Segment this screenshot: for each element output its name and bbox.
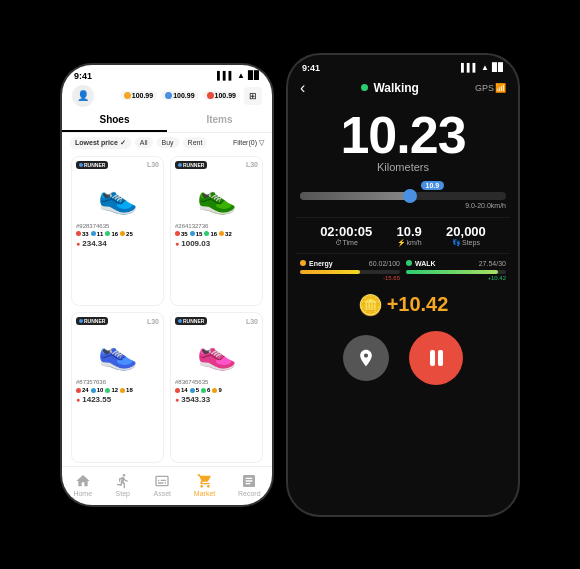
- bottom-nav: Home Step Asset Market Record: [62, 466, 272, 505]
- signal-icons-right: ▌▌▌ ▲ ▊▊: [461, 63, 504, 72]
- price-filter[interactable]: Lowest price ✓: [70, 137, 131, 149]
- gold-dot: [124, 92, 131, 99]
- speed-track: [300, 192, 506, 200]
- runner-badge-3: RUNNER: [175, 317, 207, 325]
- shoe-image-0: 👟: [76, 173, 159, 221]
- shoe-id-2: #87357636: [76, 379, 159, 385]
- stats-row: 02:00:05 ⏱ Time 10.9 ⚡ km/h 20,000 👣 Ste…: [296, 217, 510, 254]
- tab-shoes[interactable]: Shoes: [62, 109, 167, 132]
- location-button[interactable]: [343, 335, 389, 381]
- speed-bar-area: 10.9 9.0-20.0km/h: [288, 181, 518, 209]
- shoe-image-3: 👟: [175, 329, 258, 377]
- stat-speed: 10.9 ⚡ km/h: [396, 224, 421, 247]
- shoe-id-1: #264132736: [175, 223, 258, 229]
- shoe-card-1[interactable]: RUNNER L30 👟 #264132736 35 15 16 32 ● 10…: [170, 156, 263, 307]
- stat-time-label: ⏱ Time: [320, 239, 372, 246]
- pause-button[interactable]: [409, 331, 463, 385]
- pause-icon: [430, 350, 443, 366]
- walking-status: Walking: [361, 81, 419, 95]
- shoe-stats-0: 33 11 16 25: [76, 231, 159, 237]
- buy-filter[interactable]: Buy: [157, 137, 179, 148]
- runner-badge-0: RUNNER: [76, 161, 108, 169]
- shoe-id-0: #928374635: [76, 223, 159, 229]
- distance-display: 10.23: [288, 101, 518, 161]
- runner-badge-2: RUNNER: [76, 317, 108, 325]
- shoe-price-3: ● 3543.33: [175, 395, 258, 404]
- shoe-price-1: ● 1009.03: [175, 239, 258, 248]
- stat-speed-label: ⚡ km/h: [396, 239, 421, 247]
- speed-indicator-row: 10.9: [300, 181, 506, 192]
- level-badge-0: L30: [147, 161, 159, 168]
- energy-delta: -15.65: [300, 275, 400, 281]
- coins-row: 100.99 100.99 100.99 ⊞: [120, 87, 262, 105]
- gps-badge: GPS 📶: [475, 83, 506, 93]
- speed-fill: [300, 192, 413, 200]
- shoe-image-2: 👟: [76, 329, 159, 377]
- coin-gold: 100.99: [120, 91, 157, 100]
- walk-fill: [406, 270, 498, 274]
- active-dot: [361, 84, 368, 91]
- stat-time: 02:00:05 ⏱ Time: [320, 224, 372, 247]
- shoe-card-0[interactable]: RUNNER L30 👟 #928374635 33 11 16 25 ● 23…: [71, 156, 164, 307]
- stat-steps: 20,000 👣 Steps: [446, 224, 486, 247]
- shoe-card-header-1: RUNNER L30: [175, 161, 258, 169]
- tab-items[interactable]: Items: [167, 109, 272, 132]
- nav-record[interactable]: Record: [238, 473, 261, 497]
- left-phone: 9:41 ▌▌▌ ▲ ▊▊ 👤 100.99 100.99: [62, 65, 272, 505]
- energy-block: Energy 60.02/100 -15.65: [300, 260, 400, 281]
- shoe-card-header-0: RUNNER L30: [76, 161, 159, 169]
- filter-count[interactable]: Filter(0) ▽: [233, 139, 264, 147]
- red-dot: [207, 92, 214, 99]
- speed-thumb: [403, 189, 417, 203]
- wallet-icon[interactable]: ⊞: [244, 87, 262, 105]
- level-badge-1: L30: [246, 161, 258, 168]
- shoe-stats-3: 14 5 6 9: [175, 387, 258, 393]
- level-badge-2: L30: [147, 318, 159, 325]
- speed-range: 9.0-20.0km/h: [300, 202, 506, 209]
- status-bar-right: 9:41 ▌▌▌ ▲ ▊▊: [288, 55, 518, 75]
- stat-steps-label: 👣 Steps: [446, 239, 486, 247]
- shoe-image-1: 👟: [175, 173, 258, 221]
- avatar[interactable]: 👤: [72, 85, 94, 107]
- rent-filter[interactable]: Rent: [183, 137, 208, 148]
- energy-label: Energy 60.02/100: [300, 260, 400, 267]
- nav-step[interactable]: Step: [115, 473, 131, 497]
- energy-fill: [300, 270, 360, 274]
- walk-bar: [406, 270, 506, 274]
- status-bar-left: 9:41 ▌▌▌ ▲ ▊▊: [62, 65, 272, 83]
- speed-bubble: 10.9: [421, 181, 445, 190]
- blue-dot: [165, 92, 172, 99]
- shoe-card-3[interactable]: RUNNER L30 👟 #836745635 14 5 6 9 ● 3543.…: [170, 312, 263, 463]
- shoes-grid: RUNNER L30 👟 #928374635 33 11 16 25 ● 23…: [62, 153, 272, 466]
- top-bar: 👤 100.99 100.99 100.99 ⊞: [62, 83, 272, 109]
- walk-label: WALK 27.54/30: [406, 260, 506, 267]
- walk-block: WALK 27.54/30 +10.42: [406, 260, 506, 281]
- right-phone: 9:41 ▌▌▌ ▲ ▊▊ ‹ Walking GPS 📶 10.23 Kilo…: [288, 55, 518, 515]
- filter-row: Lowest price ✓ All Buy Rent Filter(0) ▽: [62, 133, 272, 153]
- coin-red: 100.99: [203, 91, 240, 100]
- level-badge-3: L30: [246, 318, 258, 325]
- shoe-card-header-3: RUNNER L30: [175, 317, 258, 325]
- back-button[interactable]: ‹: [300, 79, 305, 97]
- walk-delta: +10.42: [406, 275, 506, 281]
- nav-home[interactable]: Home: [73, 473, 92, 497]
- reward-row: 🪙 +10.42: [288, 287, 518, 323]
- shoe-stats-2: 24 10 12 18: [76, 387, 159, 393]
- shoe-price-0: ● 234.34: [76, 239, 159, 248]
- coin-blue: 100.99: [161, 91, 198, 100]
- nav-asset[interactable]: Asset: [154, 473, 172, 497]
- distance-unit: Kilometers: [288, 161, 518, 173]
- shoe-id-3: #836745635: [175, 379, 258, 385]
- all-filter[interactable]: All: [135, 137, 153, 148]
- shoe-price-2: ● 1423.55: [76, 395, 159, 404]
- runner-badge-1: RUNNER: [175, 161, 207, 169]
- signal-icons-left: ▌▌▌ ▲ ▊▊: [217, 71, 260, 80]
- status-time-right: 9:41: [302, 63, 320, 73]
- shoe-stats-1: 35 15 16 32: [175, 231, 258, 237]
- action-row: [288, 323, 518, 395]
- dark-header: ‹ Walking GPS 📶: [288, 75, 518, 101]
- nav-market[interactable]: Market: [194, 473, 215, 497]
- energy-row: Energy 60.02/100 -15.65 WALK: [288, 254, 518, 287]
- status-time-left: 9:41: [74, 71, 92, 81]
- shoe-card-2[interactable]: RUNNER L30 👟 #87357636 24 10 12 18 ● 142…: [71, 312, 164, 463]
